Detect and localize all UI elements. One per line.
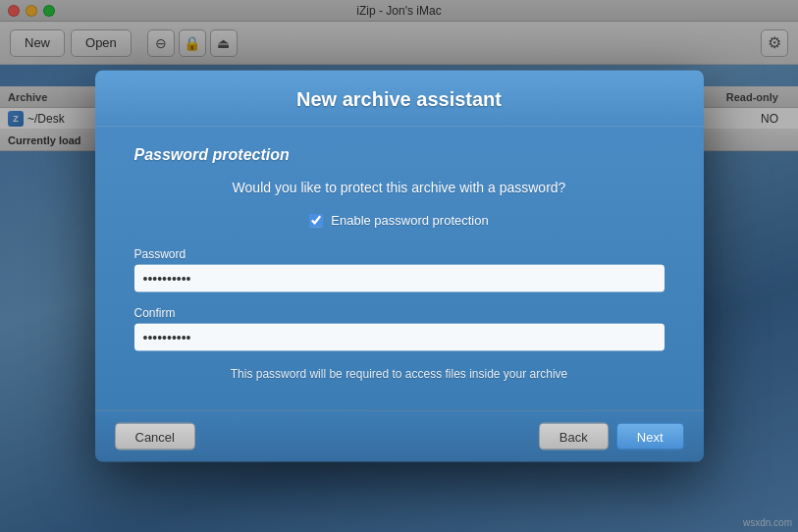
hint-text: This password will be required to access… <box>134 367 665 381</box>
password-group: Password <box>134 247 665 293</box>
section-title: Password protection <box>134 146 665 164</box>
cancel-button[interactable]: Cancel <box>115 423 195 451</box>
dialog-footer: Cancel Back Next <box>95 410 704 462</box>
next-button[interactable]: Next <box>616 423 684 451</box>
new-archive-dialog: New archive assistant Password protectio… <box>95 71 704 462</box>
enable-password-checkbox[interactable] <box>309 213 323 227</box>
footer-right-buttons: Back Next <box>539 423 684 451</box>
confirm-label: Confirm <box>134 306 665 320</box>
dialog-header: New archive assistant <box>95 71 704 127</box>
confirm-group: Confirm <box>134 306 665 351</box>
description-text: Would you like to protect this archive w… <box>134 180 665 195</box>
back-button[interactable]: Back <box>539 423 609 451</box>
dialog-body: Password protection Would you like to pr… <box>95 127 704 410</box>
dialog-title: New archive assistant <box>115 88 684 111</box>
password-input[interactable] <box>134 265 665 293</box>
enable-password-row: Enable password protection <box>134 213 665 228</box>
confirm-password-input[interactable] <box>134 324 665 351</box>
enable-password-label: Enable password protection <box>331 213 488 228</box>
password-label: Password <box>134 247 665 261</box>
